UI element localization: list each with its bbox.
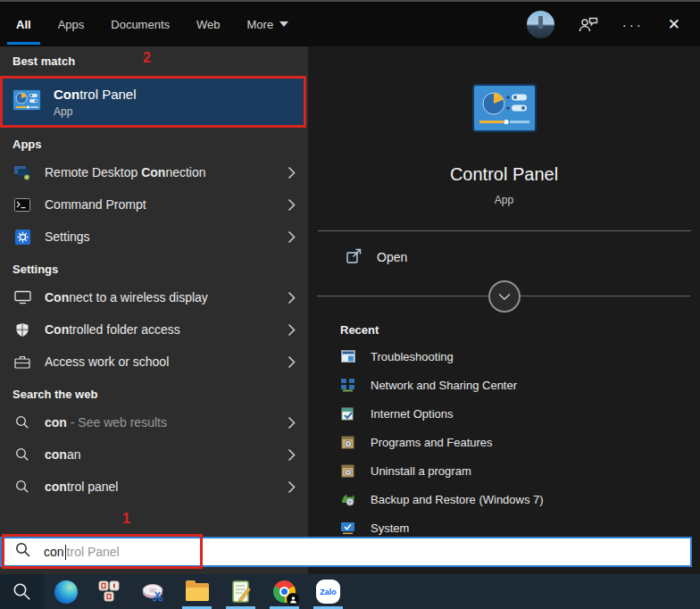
zalo-icon: Zalo	[316, 580, 340, 604]
chevron-right-icon	[288, 448, 296, 462]
taskbar-cut-tool-button[interactable]	[131, 574, 175, 609]
results-column: Best match Control Panel App	[0, 46, 308, 574]
close-icon[interactable]: ✕	[668, 17, 680, 32]
best-match-control-panel[interactable]: Control Panel App	[0, 76, 306, 128]
file-explorer-icon	[186, 583, 209, 601]
chevron-right-icon	[288, 230, 296, 244]
more-options-button[interactable]: ···	[622, 18, 644, 31]
result-settings[interactable]: Settings	[0, 221, 308, 253]
system-icon	[340, 521, 355, 535]
open-launch-icon	[346, 248, 362, 266]
cut-disc-icon	[141, 581, 165, 603]
uninstall-program-icon	[340, 463, 355, 478]
taskbar-notepad-plus-plus-button[interactable]	[219, 574, 262, 609]
preview-app-subtitle: App	[495, 194, 513, 206]
notepad-plus-plus-icon	[231, 580, 251, 603]
result-connect-wireless-display[interactable]: Connect to a wireless display	[0, 281, 308, 313]
chevron-right-icon	[288, 416, 296, 430]
network-sharing-icon	[340, 378, 355, 392]
chevron-right-icon	[288, 480, 296, 494]
result-controlled-folder-access[interactable]: Controlled folder access	[0, 313, 308, 346]
web-result-con[interactable]: con - See web results	[0, 406, 308, 438]
search-icon	[12, 447, 32, 462]
tab-apps[interactable]: Apps	[56, 2, 87, 46]
result-remote-desktop-connection[interactable]: Remote Desktop Connection	[0, 156, 308, 188]
taskbar-unikey-button[interactable]	[88, 574, 131, 609]
result-command-prompt[interactable]: Command Prompt	[0, 188, 308, 221]
unikey-icon	[98, 580, 121, 603]
recent-internet-options[interactable]: Internet Options	[340, 399, 700, 428]
search-icon	[12, 480, 32, 494]
taskbar-search-button[interactable]	[0, 574, 44, 609]
annotation-label-1: 1	[122, 511, 130, 527]
recent-uninstall-a-program[interactable]: Uninstall a program	[340, 456, 700, 485]
chevron-right-icon	[288, 198, 296, 212]
chevron-right-icon	[288, 355, 296, 369]
taskbar: Zalo	[0, 574, 700, 609]
troubleshooting-icon	[340, 350, 355, 363]
recent-network-sharing-center[interactable]: Network and Sharing Center	[340, 371, 700, 399]
tab-web[interactable]: Web	[195, 2, 222, 46]
search-icon	[12, 415, 32, 430]
recent-backup-and-restore[interactable]: Backup and Restore (Windows 7)	[340, 485, 700, 513]
best-match-header: Best match	[0, 46, 308, 68]
taskbar-edge-button[interactable]	[44, 574, 88, 609]
control-panel-icon-large	[472, 84, 537, 136]
command-prompt-icon	[12, 198, 32, 212]
preview-app-title: Control Panel	[450, 164, 558, 185]
best-match-title: Control Panel	[54, 87, 137, 102]
shield-icon	[12, 322, 32, 338]
divider	[318, 230, 691, 231]
chevron-right-icon	[288, 166, 296, 179]
recent-programs-and-features[interactable]: Programs and Features	[340, 428, 700, 456]
briefcase-icon	[12, 355, 32, 369]
tab-all[interactable]: All	[14, 2, 33, 46]
remote-desktop-icon	[12, 165, 32, 180]
chevron-right-icon	[288, 291, 296, 304]
chrome-icon	[273, 580, 296, 603]
start-search-panel: All Apps Documents Web More ··· ✕ Best m…	[0, 0, 700, 609]
backup-restore-icon	[340, 492, 355, 506]
internet-options-icon	[340, 406, 355, 421]
chevron-right-icon	[288, 323, 296, 337]
settings-gear-icon	[12, 229, 32, 245]
search-filter-bar: All Apps Documents Web More ··· ✕	[0, 0, 700, 46]
settings-header: Settings	[0, 263, 308, 276]
tab-documents[interactable]: Documents	[109, 2, 171, 46]
annotation-box-1	[2, 534, 203, 569]
apps-header: Apps	[0, 138, 308, 151]
web-result-conan[interactable]: conan	[0, 438, 308, 471]
tab-more[interactable]: More	[246, 2, 291, 46]
taskbar-file-explorer-button[interactable]	[175, 574, 219, 609]
web-result-control-panel[interactable]: control panel	[0, 471, 308, 503]
preview-panel: Control Panel App Open Recent Troubles	[308, 46, 700, 574]
taskbar-zalo-button[interactable]: Zalo	[306, 574, 350, 609]
wireless-display-icon	[12, 290, 32, 304]
open-action[interactable]: Open	[308, 246, 407, 268]
feedback-icon[interactable]	[579, 15, 598, 33]
recent-header: Recent	[308, 323, 379, 337]
programs-features-icon	[340, 435, 355, 449]
filter-tabs: All Apps Documents Web More	[0, 2, 290, 46]
recent-troubleshooting[interactable]: Troubleshooting	[340, 342, 700, 371]
best-match-subtitle: App	[54, 105, 137, 118]
chrome-profile-avatar	[287, 593, 299, 605]
search-web-header: Search the web	[0, 388, 308, 401]
edge-icon	[54, 580, 78, 604]
user-avatar[interactable]	[527, 11, 554, 38]
taskbar-chrome-button[interactable]	[262, 574, 306, 609]
expand-chevron-button[interactable]	[488, 280, 521, 313]
annotation-label-2: 2	[143, 50, 151, 66]
result-access-work-school[interactable]: Access work or school	[0, 346, 308, 378]
control-panel-icon	[12, 89, 41, 114]
chevron-down-icon	[279, 21, 288, 27]
